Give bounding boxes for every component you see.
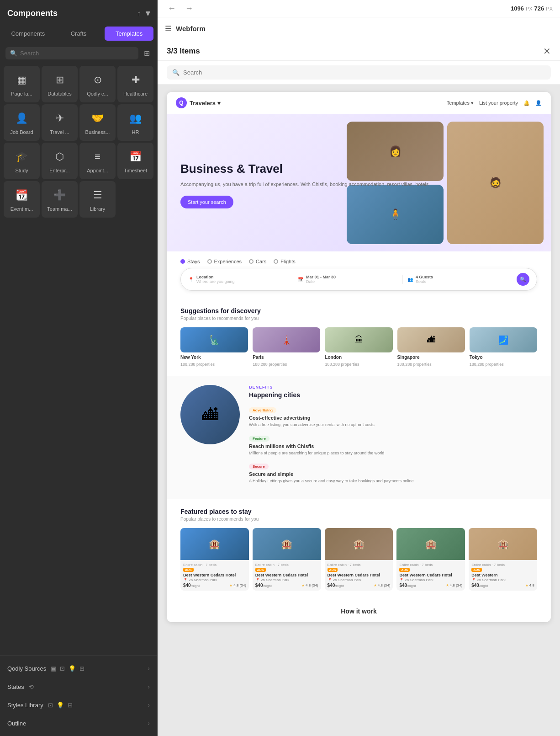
component-item-travel[interactable]: ✈ Travel ...	[42, 104, 78, 141]
states-item[interactable]: States ⟲ ›	[0, 677, 157, 696]
component-item-event[interactable]: 📆 Event m...	[4, 181, 40, 218]
feat-price-5: $40/night	[471, 583, 488, 588]
component-item-study[interactable]: 🎓 Study	[4, 143, 40, 179]
feat-info-3: Entire cabin · 7 beds ADS Best Western C…	[325, 560, 393, 591]
component-item-team[interactable]: ➕ Team ma...	[42, 181, 78, 218]
advertising-tag: Advertising	[249, 407, 276, 413]
suggestions-subtitle: Popular places to recommends for you	[180, 316, 537, 321]
guests-text: 4 Guests Seats	[416, 275, 433, 284]
city-card-singapore: 🏙 Singapore 188,288 properties	[397, 327, 465, 367]
city-card-newyork: 🗽 New York 188,288 properties	[180, 327, 248, 367]
component-item-business[interactable]: 🤝 Business...	[79, 104, 116, 141]
featured-cards: 🏨 Entire cabin · 7 beds ADS Best Western…	[180, 528, 537, 591]
feature-tag: Feature	[249, 436, 269, 442]
outline-label: Outline	[7, 720, 26, 727]
tab-stays[interactable]: Stays	[180, 259, 200, 264]
london-name: London	[325, 355, 392, 360]
feat-img-3: 🏨	[325, 528, 393, 560]
search-input[interactable]	[20, 50, 134, 57]
close-button[interactable]: ✕	[543, 47, 551, 56]
feat-name-2: Best Western Cedars Hotel	[255, 573, 318, 578]
feat-ads-2: ADS	[255, 568, 318, 572]
feat-img-5: 🏨	[469, 528, 537, 560]
tab-experiences[interactable]: Experiences	[207, 259, 242, 264]
top-bar: ← → 1096 PX 726 PX	[158, 0, 560, 17]
newyork-image: 🗽	[180, 327, 248, 352]
tab-components[interactable]: Components	[4, 27, 53, 41]
chevron-down-icon[interactable]: ▾	[146, 8, 150, 18]
styles-library-item[interactable]: Styles Library ⊡ 💡 ⊞ ›	[0, 696, 157, 714]
search-bar[interactable]: 📍 Location Where are you going 📅 Mar 01 …	[180, 268, 537, 291]
search-tabs: Stays Experiences Cars Flights	[167, 251, 551, 268]
preview-area[interactable]: Q Travelers ▾ Templates ▾ List your prop…	[158, 85, 560, 736]
benefits-text: BENEFITS Happening cities Advertising Co…	[249, 385, 537, 490]
search-row: 🔍 ⊞	[0, 45, 157, 64]
how-it-works-section: How it work	[167, 600, 551, 622]
width-unit: PX	[526, 6, 533, 11]
qodly-icon: ⊙	[90, 72, 106, 88]
upload-icon[interactable]: ↑	[137, 9, 141, 18]
tab-templates[interactable]: Templates	[105, 27, 153, 41]
newyork-name: New York	[180, 355, 248, 360]
forward-button[interactable]: →	[182, 3, 196, 14]
search-submit-button[interactable]: 🔍	[517, 273, 529, 286]
component-item-enterprise[interactable]: ⬡ Enterpr...	[42, 143, 78, 179]
component-item-job-board[interactable]: 👤 Job Board	[4, 104, 40, 141]
site-nav-right: Templates ▾ List your property 🔔 👤	[447, 100, 542, 106]
feat-card-2: 🏨 Entire cabin · 7 beds ADS Best Western…	[253, 528, 321, 591]
feat-card-1: 🏨 Entire cabin · 7 beds ADS Best Western…	[180, 528, 249, 591]
tab-crafts[interactable]: Crafts	[54, 27, 103, 41]
tab-flights[interactable]: Flights	[274, 259, 295, 264]
outline-chevron-icon: ›	[148, 720, 150, 727]
cities-row: 🗽 New York 188,288 properties 🗼 Paris 18…	[180, 327, 537, 367]
back-button[interactable]: ←	[165, 3, 179, 14]
width-value: 1096	[511, 5, 524, 12]
component-item-qodly[interactable]: ⊙ Qodly c...	[79, 66, 116, 102]
components-grid: ▦ Page la... ⊞ Datatables ⊙ Qodly c... ✚…	[0, 64, 157, 219]
component-item-hr[interactable]: 👥 HR	[117, 104, 153, 141]
states-chevron-icon: ›	[148, 683, 150, 690]
states-label: States	[7, 683, 24, 690]
bell-icon: 🔔	[523, 100, 530, 106]
feat-price-row-4: $40/night ★ 4.8 (34)	[399, 583, 462, 588]
team-label: Team ma...	[47, 206, 72, 212]
dimensions-display: 1096 PX 726 PX	[511, 5, 553, 12]
feat-ads-1: ADS	[183, 568, 246, 572]
feat-addr-2: 📍 25 Sherman Park	[255, 578, 318, 582]
qodly-sources-icons: ▣ ⊡ 💡 ⊞	[51, 665, 85, 672]
webform-title: Webform	[176, 25, 206, 32]
component-item-library[interactable]: ☰ Library	[79, 181, 116, 218]
preview-card: Q Travelers ▾ Templates ▾ List your prop…	[167, 92, 551, 622]
bulb-icon: 💡	[69, 665, 76, 672]
cars-label: Cars	[256, 259, 266, 264]
suggestions-title: Suggestions for discovery	[180, 307, 537, 315]
secure-title: Secure and simple	[249, 471, 537, 477]
qodly-sources-item[interactable]: Qodly Sources ▣ ⊡ 💡 ⊞ ›	[0, 659, 157, 677]
cars-radio	[249, 259, 254, 264]
hero-title: Business & Travel	[180, 162, 537, 176]
height-unit: PX	[546, 6, 553, 11]
grid-view-button[interactable]: ⊞	[142, 47, 152, 59]
component-item-healthcare[interactable]: ✚ Healthcare	[117, 66, 153, 102]
panel-title: Components	[7, 9, 58, 18]
feat-price-2: $40/night	[255, 583, 272, 588]
paris-image: 🗼	[253, 327, 320, 352]
feat-price-row-5: $40/night ★ 4.8	[471, 583, 534, 588]
panel-search-input[interactable]	[183, 69, 545, 76]
feat-ads-4: ADS	[399, 568, 462, 572]
hero-cta-button[interactable]: Start your search	[180, 196, 233, 208]
hamburger-icon[interactable]: ☰	[165, 24, 171, 33]
component-item-timesheet[interactable]: 📅 Timesheet	[117, 143, 153, 179]
hero-text: Business & Travel Accompanying us, you h…	[180, 162, 537, 208]
feat-rating-2: ★ 4.8 (34)	[301, 583, 318, 587]
feat-name-1: Best Western Cedars Hotel	[183, 573, 246, 578]
component-item-datatables[interactable]: ⊞ Datatables	[42, 66, 78, 102]
feat-type-4: Entire cabin · 7 beds	[399, 563, 462, 567]
outline-item[interactable]: Outline ›	[0, 714, 157, 732]
styles-library-label: Styles Library	[7, 702, 43, 709]
styles-library-icons: ⊡ 💡 ⊞	[48, 702, 73, 709]
tab-cars[interactable]: Cars	[249, 259, 266, 264]
tokyo-image: 🗾	[470, 327, 537, 352]
component-item-page-layouts[interactable]: ▦ Page la...	[4, 66, 40, 102]
component-item-appointment[interactable]: ≡ Appoint...	[79, 143, 116, 179]
